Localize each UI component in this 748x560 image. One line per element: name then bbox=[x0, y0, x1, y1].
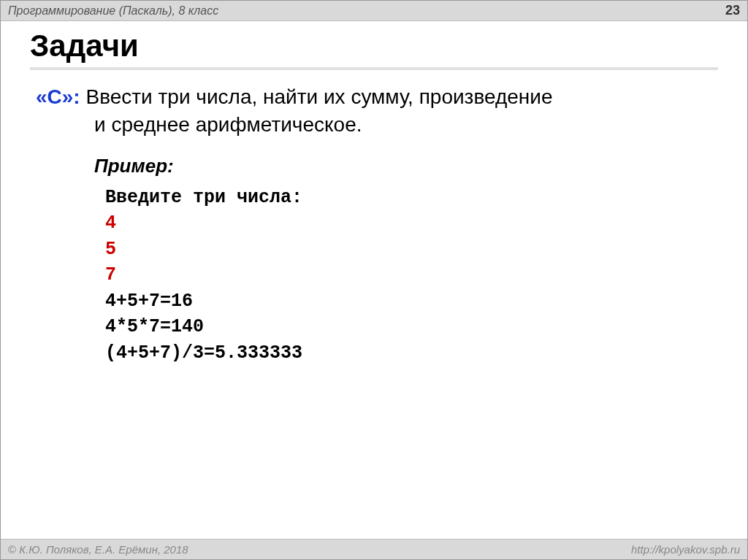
task-label: «C»: bbox=[36, 85, 80, 108]
footer-bar: © К.Ю. Поляков, Е.А. Ерёмин, 2018 http:/… bbox=[1, 539, 747, 559]
header-title: Программирование (Паскаль), 8 класс bbox=[8, 4, 218, 18]
title-underline bbox=[30, 67, 718, 70]
task-line-2: и среднее арифметическое. bbox=[36, 111, 718, 139]
task-text-1: Ввести три числа, найти их сумму, произв… bbox=[80, 85, 553, 108]
task-block: «C»: Ввести три числа, найти их сумму, п… bbox=[30, 83, 718, 366]
footer-authors: К.Ю. Поляков, Е.А. Ерёмин, 2018 bbox=[16, 543, 188, 556]
footer-copyright: © К.Ю. Поляков, Е.А. Ерёмин, 2018 bbox=[8, 543, 188, 556]
code-input-3: 7 bbox=[105, 262, 718, 288]
footer-url: http://kpolyakov.spb.ru bbox=[631, 543, 740, 556]
header-bar: Программирование (Паскаль), 8 класс 23 bbox=[1, 1, 747, 21]
code-output-2: 4*5*7=140 bbox=[105, 314, 718, 340]
code-output-1: 4+5+7=16 bbox=[105, 288, 718, 315]
content-area: Задачи «C»: Ввести три числа, найти их с… bbox=[1, 21, 747, 373]
code-block: Введите три числа: 4 5 7 4+5+7=16 4*5*7=… bbox=[105, 185, 718, 367]
page-number: 23 bbox=[725, 3, 740, 18]
task-text-2: и среднее арифметическое. bbox=[94, 113, 362, 136]
code-prompt: Введите три числа: bbox=[105, 185, 718, 211]
copyright-symbol: © bbox=[8, 543, 16, 556]
task-line-1: «C»: Ввести три числа, найти их сумму, п… bbox=[36, 83, 718, 111]
main-title: Задачи bbox=[30, 28, 718, 64]
code-input-2: 5 bbox=[105, 237, 718, 263]
code-input-1: 4 bbox=[105, 210, 718, 237]
example-label: Пример: bbox=[94, 155, 718, 177]
code-output-3: (4+5+7)/3=5.333333 bbox=[105, 340, 718, 367]
